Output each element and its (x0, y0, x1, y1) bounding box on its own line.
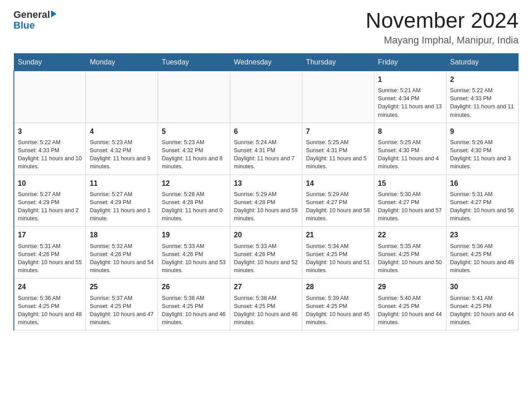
day-info: Sunrise: 5:25 AMSunset: 4:30 PMDaylight:… (378, 138, 442, 171)
day-number: 9 (450, 127, 515, 137)
calendar-cell: 20Sunrise: 5:33 AMSunset: 4:26 PMDayligh… (230, 227, 302, 278)
day-info: Sunrise: 5:36 AMSunset: 4:25 PMDaylight:… (450, 242, 515, 275)
day-info: Sunrise: 5:36 AMSunset: 4:25 PMDaylight:… (18, 294, 82, 327)
calendar-cell: 16Sunrise: 5:31 AMSunset: 4:27 PMDayligh… (446, 175, 519, 227)
calendar-cell: 4Sunrise: 5:23 AMSunset: 4:32 PMDaylight… (86, 123, 158, 175)
day-info: Sunrise: 5:27 AMSunset: 4:29 PMDaylight:… (18, 190, 82, 223)
day-number: 30 (450, 282, 515, 292)
calendar-cell (86, 71, 158, 123)
day-number: 11 (90, 179, 154, 188)
calendar-cell: 12Sunrise: 5:28 AMSunset: 4:28 PMDayligh… (158, 175, 230, 227)
day-info: Sunrise: 5:38 AMSunset: 4:25 PMDaylight:… (162, 294, 226, 327)
day-info: Sunrise: 5:33 AMSunset: 4:26 PMDaylight:… (234, 242, 298, 275)
calendar-cell: 27Sunrise: 5:38 AMSunset: 4:25 PMDayligh… (230, 278, 302, 330)
calendar-cell: 18Sunrise: 5:32 AMSunset: 4:26 PMDayligh… (86, 227, 158, 278)
day-number: 28 (306, 282, 370, 292)
calendar-cell: 10Sunrise: 5:27 AMSunset: 4:29 PMDayligh… (14, 175, 86, 227)
day-number: 6 (234, 127, 298, 137)
day-number: 3 (18, 127, 82, 137)
day-number: 16 (450, 179, 515, 188)
day-number: 15 (378, 179, 442, 188)
day-info: Sunrise: 5:25 AMSunset: 4:31 PMDaylight:… (306, 138, 370, 171)
calendar-cell: 28Sunrise: 5:39 AMSunset: 4:25 PMDayligh… (302, 278, 374, 330)
calendar-cell: 1Sunrise: 5:21 AMSunset: 4:34 PMDaylight… (374, 71, 446, 123)
calendar-cell: 9Sunrise: 5:26 AMSunset: 4:30 PMDaylight… (446, 123, 519, 175)
day-info: Sunrise: 5:23 AMSunset: 4:32 PMDaylight:… (90, 138, 154, 171)
weekday-header-sunday: Sunday (14, 53, 86, 71)
day-number: 25 (90, 282, 154, 292)
day-info: Sunrise: 5:30 AMSunset: 4:27 PMDaylight:… (378, 190, 442, 223)
calendar-cell: 7Sunrise: 5:25 AMSunset: 4:31 PMDaylight… (302, 123, 374, 175)
day-info: Sunrise: 5:33 AMSunset: 4:26 PMDaylight:… (162, 242, 226, 275)
calendar-cell: 5Sunrise: 5:23 AMSunset: 4:32 PMDaylight… (158, 123, 230, 175)
day-info: Sunrise: 5:31 AMSunset: 4:26 PMDaylight:… (18, 242, 82, 275)
day-number: 1 (378, 75, 442, 85)
calendar-cell: 22Sunrise: 5:35 AMSunset: 4:25 PMDayligh… (374, 227, 446, 278)
day-info: Sunrise: 5:28 AMSunset: 4:28 PMDaylight:… (162, 190, 226, 223)
day-number: 13 (234, 179, 298, 188)
logo-blue: Blue (13, 20, 35, 31)
day-number: 27 (234, 282, 298, 292)
week-row-1: 1Sunrise: 5:21 AMSunset: 4:34 PMDaylight… (14, 71, 519, 123)
day-number: 20 (234, 230, 298, 240)
calendar-cell: 6Sunrise: 5:24 AMSunset: 4:31 PMDaylight… (230, 123, 302, 175)
weekday-header-tuesday: Tuesday (158, 53, 230, 71)
calendar-cell: 15Sunrise: 5:30 AMSunset: 4:27 PMDayligh… (374, 175, 446, 227)
weekday-header-saturday: Saturday (446, 53, 519, 71)
week-row-2: 3Sunrise: 5:22 AMSunset: 4:33 PMDaylight… (14, 123, 519, 175)
day-info: Sunrise: 5:29 AMSunset: 4:27 PMDaylight:… (306, 190, 370, 223)
calendar-cell: 14Sunrise: 5:29 AMSunset: 4:27 PMDayligh… (302, 175, 374, 227)
day-info: Sunrise: 5:39 AMSunset: 4:25 PMDaylight:… (306, 294, 370, 327)
day-number: 22 (378, 230, 442, 240)
calendar-cell: 3Sunrise: 5:22 AMSunset: 4:33 PMDaylight… (14, 123, 86, 175)
day-info: Sunrise: 5:32 AMSunset: 4:26 PMDaylight:… (90, 242, 154, 275)
calendar-cell: 17Sunrise: 5:31 AMSunset: 4:26 PMDayligh… (14, 227, 86, 278)
day-number: 23 (450, 230, 515, 240)
weekday-header-monday: Monday (86, 53, 158, 71)
title-area: November 2024 Mayang Imphal, Manipur, In… (365, 9, 519, 46)
day-number: 24 (18, 282, 82, 292)
day-number: 7 (306, 127, 370, 137)
logo-area: General Blue (13, 9, 56, 31)
day-number: 10 (18, 179, 82, 188)
calendar-cell (14, 71, 86, 123)
day-info: Sunrise: 5:29 AMSunset: 4:28 PMDaylight:… (234, 190, 298, 223)
location-subtitle: Mayang Imphal, Manipur, India (365, 34, 519, 46)
day-info: Sunrise: 5:31 AMSunset: 4:27 PMDaylight:… (450, 190, 515, 223)
day-info: Sunrise: 5:22 AMSunset: 4:33 PMDaylight:… (450, 86, 515, 119)
day-number: 21 (306, 230, 370, 240)
week-row-5: 24Sunrise: 5:36 AMSunset: 4:25 PMDayligh… (14, 278, 519, 330)
header: General Blue November 2024 Mayang Imphal… (13, 9, 519, 46)
day-number: 2 (450, 75, 515, 85)
week-row-3: 10Sunrise: 5:27 AMSunset: 4:29 PMDayligh… (14, 175, 519, 227)
calendar-cell: 11Sunrise: 5:27 AMSunset: 4:29 PMDayligh… (86, 175, 158, 227)
calendar-cell (158, 71, 230, 123)
day-number: 29 (378, 282, 442, 292)
calendar-cell: 19Sunrise: 5:33 AMSunset: 4:26 PMDayligh… (158, 227, 230, 278)
calendar-cell: 21Sunrise: 5:34 AMSunset: 4:25 PMDayligh… (302, 227, 374, 278)
calendar-cell: 26Sunrise: 5:38 AMSunset: 4:25 PMDayligh… (158, 278, 230, 330)
calendar-title: November 2024 (365, 9, 519, 33)
day-info: Sunrise: 5:34 AMSunset: 4:25 PMDaylight:… (306, 242, 370, 275)
logo-general: General (13, 9, 50, 21)
weekday-header-thursday: Thursday (302, 53, 374, 71)
calendar-cell (230, 71, 302, 123)
day-info: Sunrise: 5:27 AMSunset: 4:29 PMDaylight:… (90, 190, 154, 223)
day-info: Sunrise: 5:23 AMSunset: 4:32 PMDaylight:… (162, 138, 226, 171)
day-number: 5 (162, 127, 226, 137)
day-info: Sunrise: 5:41 AMSunset: 4:25 PMDaylight:… (450, 294, 515, 327)
day-number: 12 (162, 179, 226, 188)
day-number: 18 (90, 230, 154, 240)
calendar-cell: 29Sunrise: 5:40 AMSunset: 4:25 PMDayligh… (374, 278, 446, 330)
day-info: Sunrise: 5:26 AMSunset: 4:30 PMDaylight:… (450, 138, 515, 171)
calendar-cell: 25Sunrise: 5:37 AMSunset: 4:25 PMDayligh… (86, 278, 158, 330)
calendar-cell: 23Sunrise: 5:36 AMSunset: 4:25 PMDayligh… (446, 227, 519, 278)
day-info: Sunrise: 5:21 AMSunset: 4:34 PMDaylight:… (378, 86, 442, 119)
day-number: 4 (90, 127, 154, 137)
calendar-cell: 30Sunrise: 5:41 AMSunset: 4:25 PMDayligh… (446, 278, 519, 330)
day-info: Sunrise: 5:37 AMSunset: 4:25 PMDaylight:… (90, 294, 154, 327)
calendar-cell (302, 71, 374, 123)
calendar-table: SundayMondayTuesdayWednesdayThursdayFrid… (13, 53, 519, 330)
weekday-header-wednesday: Wednesday (230, 53, 302, 71)
weekday-header-friday: Friday (374, 53, 446, 71)
